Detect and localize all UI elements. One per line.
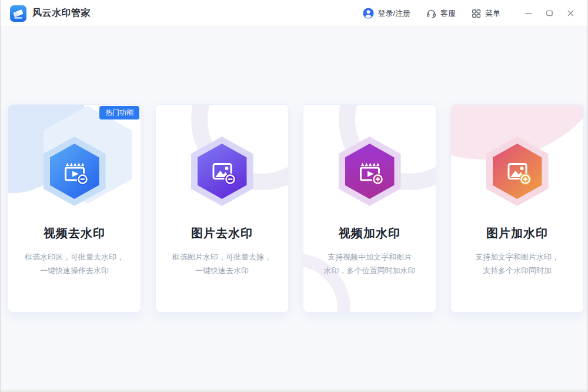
menu-button[interactable]: 菜单 <box>471 8 500 19</box>
video-plus-icon <box>356 157 384 185</box>
customer-service-label: 客服 <box>440 8 456 19</box>
app-title: 风云水印管家 <box>32 7 91 19</box>
card-image-remove-watermark[interactable]: 图片去水印 框选图片水印，可批量去除， 一键快速去水印 <box>155 104 289 313</box>
close-icon <box>567 9 574 17</box>
hot-feature-badge: 热门功能 <box>99 106 139 119</box>
maximize-button[interactable] <box>542 6 557 21</box>
avatar-icon <box>363 8 374 19</box>
close-button[interactable] <box>563 6 578 21</box>
card-title: 图片加水印 <box>451 225 583 241</box>
card-description: 框选水印区，可批量去水印， 一键快速操作去水印 <box>8 250 141 277</box>
minimize-button[interactable] <box>520 6 536 21</box>
card-video-remove-watermark[interactable]: 热门功能 <box>8 104 141 313</box>
card-description: 支持视频中加文字和图片 水印，多个位置同时加水印 <box>303 250 436 277</box>
maximize-icon <box>546 9 553 17</box>
login-register-label: 登录/注册 <box>377 8 410 19</box>
title-bar: 风云水印管家 登录/注册 客服 <box>1 0 587 27</box>
grid-menu-icon <box>471 8 482 19</box>
image-minus-icon <box>208 157 236 185</box>
card-title: 视频去水印 <box>8 225 141 241</box>
login-register-button[interactable]: 登录/注册 <box>363 8 410 19</box>
image-plus-icon <box>503 157 532 185</box>
card-description: 框选图片水印，可批量去除， 一键快速去水印 <box>156 250 288 277</box>
card-image-add-watermark[interactable]: 图片加水印 支持加文字和图片水印， 支持多个水印同时加 <box>450 104 584 313</box>
minimize-icon <box>524 9 532 17</box>
headset-icon <box>426 8 437 19</box>
video-minus-icon <box>61 157 89 185</box>
menu-label: 菜单 <box>485 8 500 19</box>
app-logo-eraser-icon <box>10 5 26 22</box>
customer-service-button[interactable]: 客服 <box>426 8 456 19</box>
window-bottom-edge <box>1 390 587 392</box>
feature-card-grid: 热门功能 <box>1 104 587 313</box>
card-title: 视频加水印 <box>303 225 436 241</box>
window-controls <box>520 6 578 21</box>
app-window: 风云水印管家 登录/注册 客服 <box>0 0 588 392</box>
card-title: 图片去水印 <box>156 225 288 241</box>
card-description: 支持加文字和图片水印， 支持多个水印同时加 <box>451 250 583 277</box>
card-video-add-watermark[interactable]: 视频加水印 支持视频中加文字和图片 水印，多个位置同时加水印 <box>303 104 436 313</box>
